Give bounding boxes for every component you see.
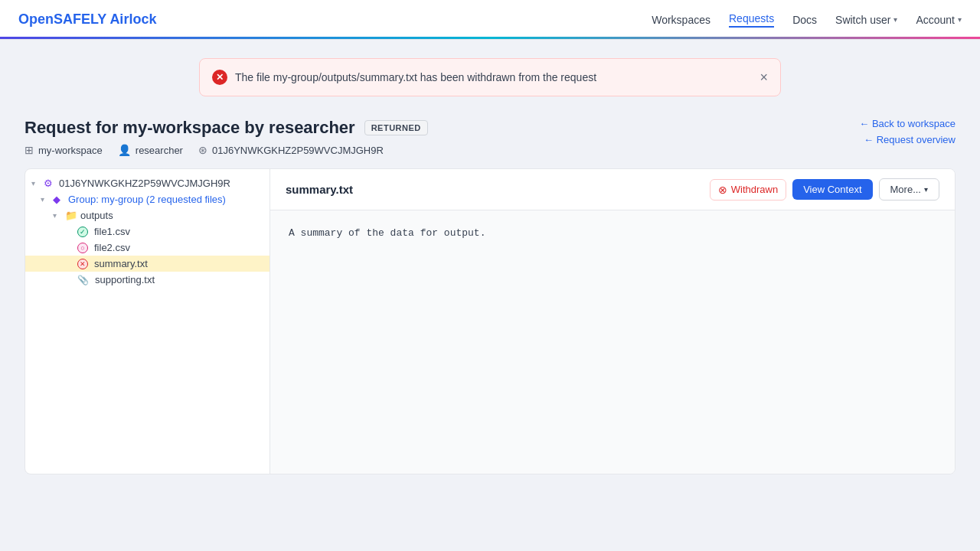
switch-user-label: Switch user	[835, 14, 890, 26]
meta-id: ⊛ 01J6YNWKGKHZ2P59WVCJMJGH9R	[198, 144, 384, 156]
file2-status-dot: ○	[77, 243, 88, 253]
root-chevron: ▾	[31, 179, 41, 187]
withdrawn-badge: ⊗ Withdrawn	[710, 179, 786, 201]
meta-workspace: ⊞ my-workspace	[24, 144, 103, 156]
tree-root[interactable]: ▾ ⚙ 01J6YNWKGKHZ2P59WVCJMJGH9R	[25, 175, 270, 191]
tree-group[interactable]: ▾ ◆ Group: my-group (2 requested files)	[25, 191, 270, 207]
page-header-links: ← Back to workspace ← Request overview	[859, 118, 956, 145]
withdrawn-label: Withdrawn	[731, 184, 778, 195]
file-header: summary.txt ⊗ Withdrawn View Context Mor…	[270, 169, 955, 210]
root-icon: ⚙	[44, 178, 56, 189]
group-icon: ◆	[53, 194, 65, 205]
main-content: ✕ The file my-group/outputs/summary.txt …	[0, 40, 980, 493]
nav-requests[interactable]: Requests	[729, 12, 774, 28]
nav-links: Workspaces Requests Docs Switch user ▾ A…	[652, 12, 962, 28]
file-view: summary.txt ⊗ Withdrawn View Context Mor…	[270, 169, 955, 474]
more-chevron: ▾	[924, 185, 928, 194]
file-actions: ⊗ Withdrawn View Context More... ▾	[710, 178, 939, 201]
meta-row: ⊞ my-workspace 👤 researcher ⊛ 01J6YNWKGK…	[24, 144, 428, 156]
page-header: Request for my-workspace by researcher R…	[24, 118, 956, 156]
tree-file3-label: summary.txt	[94, 258, 148, 269]
tree-file1-label: file1.csv	[94, 226, 130, 237]
alert-banner: ✕ The file my-group/outputs/summary.txt …	[199, 58, 781, 96]
switch-user-menu[interactable]: Switch user ▾	[835, 14, 897, 26]
file1-status-dot: ✓	[77, 227, 88, 237]
withdrawn-icon: ⊗	[718, 184, 727, 196]
brand-product: Airlock	[109, 11, 156, 27]
alert-text: The file my-group/outputs/summary.txt ha…	[235, 71, 596, 83]
id-icon: ⊛	[198, 144, 207, 156]
tree-root-label: 01J6YNWKGKHZ2P59WVCJMJGH9R	[59, 178, 230, 189]
more-button[interactable]: More... ▾	[879, 178, 939, 201]
tree-file4-label: supporting.txt	[95, 274, 155, 285]
tree-file2-label: file2.csv	[94, 242, 130, 253]
alert-close-button[interactable]: ×	[760, 70, 768, 84]
meta-user: 👤 researcher	[118, 144, 183, 156]
account-chevron: ▾	[958, 15, 962, 24]
page-title-area: Request for my-workspace by researcher R…	[24, 118, 428, 156]
view-context-button[interactable]: View Context	[792, 179, 872, 200]
switch-user-chevron: ▾	[893, 15, 897, 24]
tree-file-supportingtxt[interactable]: ▾ 📎 supporting.txt	[25, 272, 270, 288]
group-chevron: ▾	[41, 195, 50, 204]
meta-id-value: 01J6YNWKGKHZ2P59WVCJMJGH9R	[212, 145, 384, 156]
nav-docs[interactable]: Docs	[792, 14, 817, 26]
tree-file-file1csv[interactable]: ▾ ✓ file1.csv	[25, 223, 270, 240]
brand-logo[interactable]: OpenSAFELY Airlock	[18, 11, 156, 28]
brand-open: OpenSAFELY	[18, 11, 106, 27]
more-label: More...	[890, 184, 921, 195]
meta-workspace-value: my-workspace	[38, 145, 103, 156]
user-icon: 👤	[118, 144, 131, 156]
page-title-text: Request for my-workspace by researcher	[24, 118, 355, 138]
account-menu[interactable]: Account ▾	[916, 14, 962, 26]
meta-user-value: researcher	[136, 145, 183, 156]
request-overview-link[interactable]: ← Request overview	[864, 134, 956, 145]
nav-workspaces[interactable]: Workspaces	[652, 14, 710, 26]
summary-status-dot: ✕	[77, 259, 88, 269]
navbar: OpenSAFELY Airlock Workspaces Requests D…	[0, 0, 980, 40]
file-tree: ▾ ⚙ 01J6YNWKGKHZ2P59WVCJMJGH9R ▾ ◆ Group…	[25, 169, 270, 474]
tree-folder-label: outputs	[80, 210, 113, 221]
account-label: Account	[916, 14, 955, 26]
workspace-icon: ⊞	[24, 144, 34, 156]
tree-folder-outputs[interactable]: ▾ 📁 outputs	[25, 207, 270, 223]
alert-icon: ✕	[212, 70, 227, 85]
page-title: Request for my-workspace by researcher R…	[24, 118, 428, 138]
tree-file-file2csv[interactable]: ▾ ○ file2.csv	[25, 240, 270, 256]
file-view-name: summary.txt	[286, 183, 353, 196]
file-content-text: A summary of the data for output.	[289, 227, 485, 239]
tree-file-summarytxt[interactable]: ▾ ✕ summary.txt	[25, 256, 270, 272]
folder-icon: 📁	[65, 210, 77, 221]
folder-chevron: ▾	[53, 211, 62, 220]
back-to-workspace-link[interactable]: ← Back to workspace	[859, 118, 956, 129]
file-content: A summary of the data for output.	[270, 210, 955, 474]
tree-group-label: Group: my-group (2 requested files)	[68, 194, 226, 205]
alert-inner: ✕ The file my-group/outputs/summary.txt …	[212, 70, 596, 85]
status-badge: RETURNED	[364, 120, 428, 135]
supporting-clip-icon: 📎	[77, 275, 89, 285]
content-area: ▾ ⚙ 01J6YNWKGKHZ2P59WVCJMJGH9R ▾ ◆ Group…	[24, 168, 956, 474]
